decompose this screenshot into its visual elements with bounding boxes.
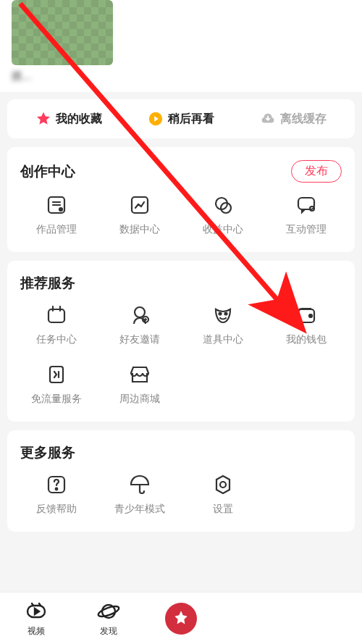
nav-video-label: 视频 — [28, 625, 45, 637]
feedback-button[interactable]: 反馈帮助 — [14, 472, 98, 516]
profile-area: 抓... — [0, 0, 362, 92]
divider — [0, 92, 362, 99]
nav-center[interactable] — [152, 603, 210, 635]
chat-icon — [294, 193, 319, 217]
umbrella-icon — [127, 472, 152, 497]
data-center-button[interactable]: 数据中心 — [98, 193, 181, 236]
svg-point-12 — [224, 313, 227, 315]
interaction-manage-label: 互动管理 — [286, 223, 327, 236]
quick-access-row: 我的收藏 稍后再看 离线缓存 — [7, 99, 355, 138]
svg-point-22 — [97, 604, 120, 619]
invite-friends-button[interactable]: 好友邀请 — [98, 303, 181, 346]
wallet-icon — [294, 303, 319, 327]
watch-later-label: 稍后再看 — [168, 112, 214, 127]
watch-later-button[interactable]: 稍后再看 — [148, 111, 214, 127]
svg-point-19 — [220, 482, 226, 488]
interaction-manage-button[interactable]: 互动管理 — [264, 193, 348, 236]
merch-store-button[interactable]: 周边商城 — [98, 362, 181, 406]
nav-video[interactable]: 视频 — [7, 599, 65, 637]
user-add-icon — [127, 303, 152, 327]
task-center-label: 任务中心 — [36, 333, 77, 346]
sim-icon — [44, 362, 69, 387]
svg-point-17 — [55, 488, 57, 490]
my-wallet-label: 我的钱包 — [286, 333, 327, 346]
video-thumbnail[interactable] — [12, 0, 113, 65]
publish-button[interactable]: 发布 — [291, 160, 342, 183]
offline-button[interactable]: 离线缓存 — [260, 111, 327, 127]
my-wallet-button[interactable]: 我的钱包 — [264, 303, 348, 346]
favorites-button[interactable]: 我的收藏 — [35, 111, 102, 127]
creation-title: 创作中心 — [20, 162, 75, 181]
works-manage-button[interactable]: 作品管理 — [14, 193, 98, 236]
settings-label: 设置 — [213, 503, 233, 516]
task-center-button[interactable]: 任务中心 — [14, 303, 98, 346]
svg-rect-6 — [298, 198, 314, 209]
download-icon — [260, 111, 276, 127]
data-center-label: 数据中心 — [119, 223, 160, 236]
revenue-center-label: 收益中心 — [203, 223, 243, 236]
revenue-center-button[interactable]: 收益中心 — [181, 193, 264, 236]
money-icon — [211, 193, 235, 217]
favorites-label: 我的收藏 — [56, 112, 102, 127]
svg-point-11 — [219, 313, 221, 315]
merch-store-label: 周边商城 — [119, 393, 160, 406]
more-section: 更多服务 反馈帮助 青少年模式 设置 — [7, 430, 355, 532]
svg-point-2 — [59, 208, 62, 211]
teen-mode-label: 青少年模式 — [114, 503, 165, 516]
props-center-button[interactable]: 道具中心 — [181, 303, 264, 346]
store-icon — [127, 362, 152, 387]
video-icon — [24, 599, 49, 624]
nav-discover-label: 发现 — [100, 625, 117, 637]
help-icon — [44, 472, 69, 497]
chart-icon — [127, 193, 152, 217]
feedback-label: 反馈帮助 — [36, 503, 77, 516]
nav-discover[interactable]: 发现 — [80, 599, 138, 637]
svg-point-14 — [309, 314, 312, 317]
creation-section: 创作中心 发布 作品管理 数据中心 收益中心 互动管理 — [7, 147, 355, 252]
star-icon — [35, 111, 51, 127]
svg-rect-8 — [49, 309, 64, 322]
offline-label: 离线缓存 — [280, 112, 327, 127]
nav-center-icon — [165, 603, 197, 635]
teen-mode-button[interactable]: 青少年模式 — [98, 472, 181, 516]
services-title: 推荐服务 — [20, 274, 75, 293]
planet-icon — [96, 599, 121, 624]
invite-friends-label: 好友邀请 — [119, 333, 160, 346]
settings-button[interactable]: 设置 — [181, 472, 264, 516]
works-manage-label: 作品管理 — [36, 223, 77, 236]
free-data-button[interactable]: 免流量服务 — [14, 362, 98, 406]
svg-point-9 — [135, 307, 145, 317]
gear-icon — [211, 472, 235, 497]
bottom-nav: 视频 发现 — [0, 592, 362, 644]
calendar-icon — [44, 303, 69, 327]
services-section: 推荐服务 任务中心 好友邀请 道具中心 我的钱包 — [7, 261, 355, 422]
free-data-label: 免流量服务 — [31, 393, 82, 406]
thumbnail-caption: 抓... — [12, 70, 350, 83]
play-icon — [148, 111, 164, 127]
svg-marker-18 — [216, 476, 230, 493]
props-center-label: 道具中心 — [203, 333, 243, 346]
list-icon — [44, 193, 69, 217]
more-title: 更多服务 — [20, 443, 75, 462]
mask-icon — [211, 303, 235, 327]
